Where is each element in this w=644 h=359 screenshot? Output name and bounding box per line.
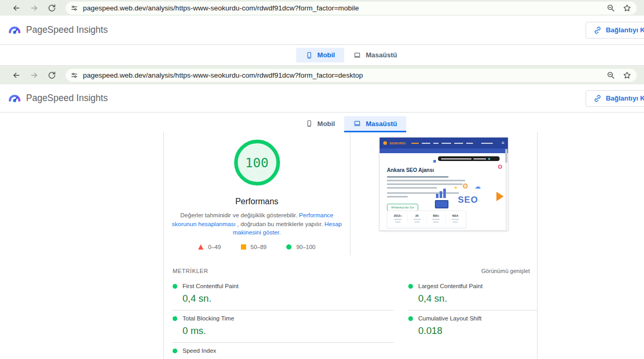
- thumb-stat: 2012+: [388, 214, 408, 222]
- metric-value: 0,4 sn.: [183, 293, 394, 304]
- pagespeed-logo-icon: [8, 24, 21, 36]
- metric-label: Cumulative Layout Shift: [418, 315, 481, 321]
- thumb-site-header: SEOKURDU ≡: [380, 138, 508, 148]
- url-text[interactable]: pagespeed.web.dev/analysis/https-www-seo…: [83, 71, 599, 79]
- legend-item-good: 90–100: [286, 244, 315, 250]
- copy-link-button[interactable]: Bağlantıyı Kopyala: [586, 90, 644, 107]
- good-dot-icon: [173, 316, 177, 321]
- thumb-stat: 20: [408, 214, 427, 222]
- metric-label: Speed Index: [183, 348, 216, 354]
- legend-item-poor: 0–49: [198, 244, 221, 250]
- arrow-shape: [496, 192, 504, 201]
- score-category-label: Performans: [164, 197, 350, 206]
- disclaimer-text: Değerler tahminidir ve değişiklik göster…: [180, 212, 299, 218]
- metric-value: 0,4 sn.: [418, 293, 537, 304]
- laptop-icon: [354, 52, 361, 59]
- site-settings-icon[interactable]: [70, 4, 78, 12]
- metric-label: Total Blocking Time: [183, 315, 234, 321]
- browser-toolbar: pagespeed.web.dev/analysis/https-www-seo…: [0, 0, 644, 16]
- metric-value: 0.018: [418, 325, 537, 337]
- tab-mobile-label: Mobil: [318, 120, 335, 128]
- good-dot-icon: [408, 284, 413, 289]
- pagespeed-logo-icon: [8, 92, 21, 105]
- tab-desktop[interactable]: Masaüstü: [344, 48, 406, 63]
- tab-mobile-label: Mobil: [318, 51, 335, 59]
- copy-link-button[interactable]: Bağlantıyı Kopyala: [586, 22, 644, 39]
- phone-icon: [306, 52, 313, 59]
- reload-icon[interactable]: [43, 71, 60, 80]
- zoom-out-icon[interactable]: [606, 4, 615, 13]
- thumb-stats-row: 2012+ 20 800+ NSA: [387, 211, 466, 228]
- forward-icon[interactable]: [25, 71, 43, 80]
- score-disclaimer: Değerler tahminidir ve değişiklik göster…: [168, 211, 346, 237]
- metric-cls: Cumulative Layout Shift 0.018: [408, 311, 537, 343]
- metrics-grid: First Contentful Paint 0,4 sn. Largest C…: [164, 278, 537, 359]
- thumb-badge-placeholder: [438, 156, 500, 161]
- app-header: PageSpeed Insights Bağlantıyı Kopyala: [0, 84, 644, 113]
- metric-speed-index: Speed Index 1,0 sn.: [173, 343, 394, 359]
- metric-fcp: First Contentful Paint 0,4 sn.: [173, 278, 394, 311]
- back-icon[interactable]: [7, 4, 25, 13]
- good-dot-icon: [408, 316, 413, 321]
- metric-label: Largest Contentful Paint: [418, 283, 482, 289]
- zoom-out-icon[interactable]: [606, 71, 615, 80]
- bookmark-star-icon[interactable]: [623, 71, 631, 80]
- thumb-stat: NSA: [446, 214, 465, 222]
- tab-mobile[interactable]: Mobil: [296, 116, 345, 132]
- thumb-menu-icon: ≡: [502, 141, 504, 145]
- site-settings-icon[interactable]: [70, 71, 78, 79]
- browser-window-mobile: pagespeed.web.dev/analysis/https-www-seo…: [0, 0, 644, 66]
- address-bar[interactable]: pagespeed.web.dev/analysis/https-www-seo…: [66, 69, 637, 82]
- thumb-chat-widget-icon: [498, 165, 502, 169]
- app-title: PageSpeed Insights: [26, 93, 108, 104]
- reload-icon[interactable]: [43, 4, 60, 13]
- tab-desktop[interactable]: Masaüstü: [344, 116, 406, 132]
- device-tab-strip: Mobil Masaüstü: [0, 45, 644, 66]
- laptop-icon: [354, 120, 361, 127]
- thumb-site-logo-icon: [383, 141, 387, 145]
- thumb-stat: 800+: [427, 214, 446, 222]
- metrics-header-row: METRİKLER Görünümü genişlet: [164, 255, 537, 278]
- seo-word: SEO: [458, 195, 478, 205]
- score-column: 100 Performans Değerler tahminidir ve de…: [164, 132, 350, 255]
- address-bar[interactable]: pagespeed.web.dev/analysis/https-www-seo…: [66, 2, 637, 15]
- gear-icon: ⚙: [462, 182, 469, 190]
- metrics-title: METRİKLER: [173, 268, 208, 274]
- page-screenshot-thumbnail[interactable]: SEOKURDU ≡ Ankara SEO Ajansı: [379, 137, 508, 231]
- copy-link-label: Bağlantıyı Kopyala: [606, 94, 644, 102]
- back-icon[interactable]: [7, 71, 25, 80]
- browser-window-desktop: pagespeed.web.dev/analysis/https-www-seo…: [0, 66, 644, 359]
- cloud-icon: ☁: [475, 183, 481, 190]
- bookmark-star-icon[interactable]: [623, 4, 631, 13]
- monitor-shape: [435, 200, 448, 208]
- app-title: PageSpeed Insights: [26, 24, 108, 35]
- url-text[interactable]: pagespeed.web.dev/analysis/https-www-seo…: [83, 4, 599, 12]
- thumb-decor-dot: [433, 160, 436, 163]
- green-circle-icon: [286, 244, 291, 250]
- metric-value: 0 ms.: [183, 325, 394, 337]
- forward-icon[interactable]: [25, 4, 43, 13]
- device-tab-strip: Mobil Masaüstü: [0, 113, 644, 132]
- thumb-site-brand: SEOKURDU: [390, 142, 406, 145]
- star-icon: ★: [454, 185, 458, 190]
- red-triangle-icon: [198, 244, 203, 250]
- report-panel: 100 Performans Değerler tahminidir ve de…: [163, 132, 538, 359]
- legend-range-poor: 0–49: [208, 244, 221, 250]
- thumb-scrollbar: [505, 149, 507, 230]
- thumb-nav-placeholder: [411, 143, 499, 144]
- orange-square-icon: [241, 244, 246, 250]
- browser-toolbar: pagespeed.web.dev/analysis/https-www-seo…: [0, 66, 644, 84]
- good-dot-icon: [173, 284, 177, 289]
- performance-score-gauge[interactable]: 100: [234, 140, 280, 185]
- score-section: 100 Performans Değerler tahminidir ve de…: [164, 132, 537, 255]
- phone-icon: [306, 120, 313, 127]
- expand-view-link[interactable]: Görünümü genişlet: [481, 268, 530, 274]
- tab-mobile[interactable]: Mobil: [296, 48, 345, 63]
- legend-item-average: 50–89: [241, 244, 267, 250]
- tab-desktop-label: Masaüstü: [366, 51, 397, 59]
- good-dot-icon: [173, 349, 177, 353]
- report-content: 100 Performans Değerler tahminidir ve de…: [0, 132, 644, 359]
- tab-desktop-label: Masaüstü: [366, 120, 397, 128]
- chart-bars-icon: [436, 189, 446, 198]
- thumb-page-heading: Ankara SEO Ajansı: [387, 167, 434, 173]
